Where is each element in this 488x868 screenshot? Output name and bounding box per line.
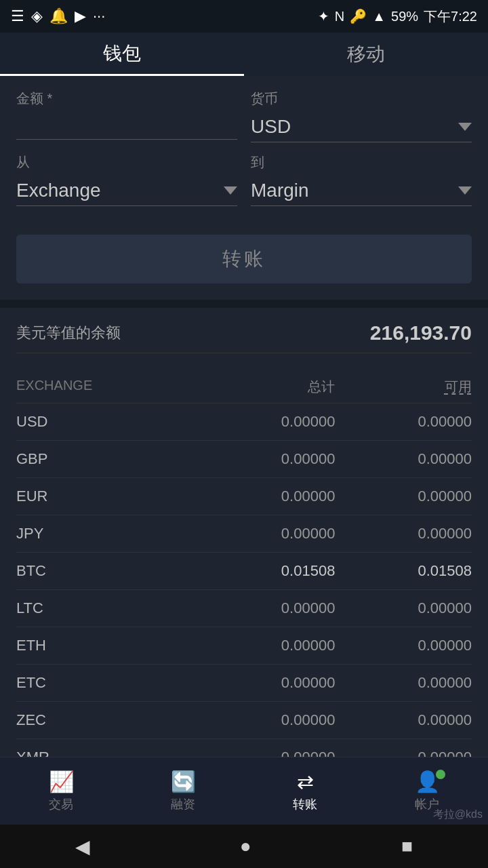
menu-icon: ☰ (11, 7, 24, 25)
cell-currency-name: ETC (16, 674, 199, 692)
balance-row: 美元等值的余额 216,193.70 (16, 321, 472, 353)
bell-icon: 🔔 (49, 7, 68, 25)
table-row: EUR0.000000.00000 (16, 478, 472, 515)
transfer-form: 金额 * 货币 USD 从 Exchange 到 Margin (0, 76, 488, 224)
battery-text: 59% (391, 9, 418, 24)
balance-label: 美元等值的余额 (16, 323, 121, 343)
table-row: BTC0.015080.01508 (16, 553, 472, 590)
table-row: JPY0.000000.00000 (16, 515, 472, 553)
amount-currency-row: 金额 * 货币 USD (16, 90, 472, 142)
cell-available: 0.00000 (335, 674, 472, 692)
table-row: ETH0.000000.00000 (16, 627, 472, 665)
table-row: USD0.000000.00000 (16, 403, 472, 441)
transfer-button[interactable]: 转账 (16, 235, 472, 283)
table-row: ZEC0.000000.00000 (16, 702, 472, 739)
cell-available: 0.00000 (335, 413, 472, 431)
cell-available: 0.00000 (335, 637, 472, 654)
table-header: EXCHANGE 总计 可用 (16, 367, 472, 403)
status-left-icons: ☰ ◈ 🔔 ▶ ··· (11, 7, 105, 25)
cell-total: 0.00000 (199, 525, 336, 542)
status-bar: ☰ ◈ 🔔 ▶ ··· ✦ N 🔑 ▲ 59% 下午7:22 (0, 0, 488, 33)
signal-icon: ▲ (372, 9, 386, 24)
cell-available: 0.01508 (335, 562, 472, 580)
top-tab-bar: 钱包 移动 (0, 33, 488, 76)
nav-transfer-label: 转账 (293, 796, 317, 812)
table-row: GBP0.000000.00000 (16, 441, 472, 478)
currency-select[interactable]: USD (251, 112, 472, 142)
from-select[interactable]: Exchange (16, 176, 237, 206)
status-right-icons: ✦ N 🔑 ▲ 59% 下午7:22 (318, 7, 477, 26)
tab-wallet-label: 钱包 (103, 41, 141, 66)
cell-total: 0.00000 (199, 711, 336, 729)
from-to-row: 从 Exchange 到 Margin (16, 153, 472, 206)
tab-move-label: 移动 (347, 41, 385, 67)
watermark: 考拉@kds (433, 808, 483, 822)
cell-total: 0.01508 (199, 562, 336, 580)
nav-trade[interactable]: 📈 交易 (0, 757, 122, 825)
balance-value: 216,193.70 (370, 321, 472, 344)
cell-currency-name: JPY (16, 525, 199, 542)
cell-available: 0.00000 (335, 488, 472, 505)
system-nav: ◀ ● ■ (0, 825, 488, 868)
back-button[interactable]: ◀ (75, 835, 90, 858)
finance-icon: 🔄 (171, 770, 196, 793)
nav-finance[interactable]: 🔄 融资 (122, 757, 244, 825)
cell-total: 0.00000 (199, 599, 336, 617)
col-section-label: EXCHANGE (16, 378, 199, 396)
send-icon: ▶ (75, 7, 86, 25)
cell-total: 0.00000 (199, 637, 336, 654)
app-icon: ◈ (31, 7, 43, 25)
col-total-header: 总计 (199, 378, 336, 396)
from-value: Exchange (16, 180, 218, 201)
to-group: 到 Margin (251, 153, 472, 206)
cell-available: 0.00000 (335, 599, 472, 617)
to-select[interactable]: Margin (251, 176, 472, 206)
to-value: Margin (251, 180, 453, 201)
bottom-nav: 📈 交易 🔄 融资 ⇄ 转账 👤 帐户 (0, 757, 488, 825)
online-dot (436, 770, 445, 779)
from-group: 从 Exchange (16, 153, 237, 206)
col-available-header: 可用 (335, 378, 472, 396)
from-label: 从 (16, 153, 237, 172)
dots-icon: ··· (93, 7, 105, 25)
nav-transfer[interactable]: ⇄ 转账 (244, 757, 366, 825)
cell-currency-name: USD (16, 413, 199, 431)
trade-icon: 📈 (49, 770, 74, 793)
home-button[interactable]: ● (240, 835, 251, 857)
section-divider (0, 300, 488, 308)
cell-total: 0.00000 (199, 674, 336, 692)
cell-available: 0.00000 (335, 450, 472, 468)
cell-total: 0.00000 (199, 413, 336, 431)
currency-value: USD (251, 116, 453, 138)
cell-total: 0.00000 (199, 488, 336, 505)
nfc-icon: N (335, 9, 344, 24)
amount-label: 金额 * (16, 90, 237, 108)
amount-input[interactable] (16, 112, 237, 140)
cell-available: 0.00000 (335, 525, 472, 542)
tab-wallet[interactable]: 钱包 (0, 33, 244, 76)
cell-total: 0.00000 (199, 450, 336, 468)
to-dropdown-arrow (458, 186, 472, 195)
cell-currency-name: LTC (16, 599, 199, 617)
table-row: LTC0.000000.00000 (16, 590, 472, 627)
cell-currency-name: ZEC (16, 711, 199, 729)
recent-button[interactable]: ■ (401, 835, 413, 857)
nav-finance-label: 融资 (171, 796, 195, 812)
table-row: ETC0.000000.00000 (16, 665, 472, 702)
key-icon: 🔑 (350, 8, 367, 24)
cell-currency-name: ETH (16, 637, 199, 654)
currency-dropdown-arrow (458, 123, 472, 131)
time-display: 下午7:22 (424, 7, 477, 26)
cell-currency-name: EUR (16, 488, 199, 505)
amount-group: 金额 * (16, 90, 237, 142)
cell-available: 0.00000 (335, 711, 472, 729)
cell-currency-name: BTC (16, 562, 199, 580)
currency-label: 货币 (251, 90, 472, 108)
tab-move[interactable]: 移动 (244, 33, 488, 76)
nav-trade-label: 交易 (49, 796, 73, 812)
transfer-icon: ⇄ (297, 770, 314, 793)
transfer-btn-section: 转账 (0, 224, 488, 300)
bluetooth-icon: ✦ (318, 8, 329, 24)
from-dropdown-arrow (224, 186, 237, 195)
to-label: 到 (251, 153, 472, 172)
